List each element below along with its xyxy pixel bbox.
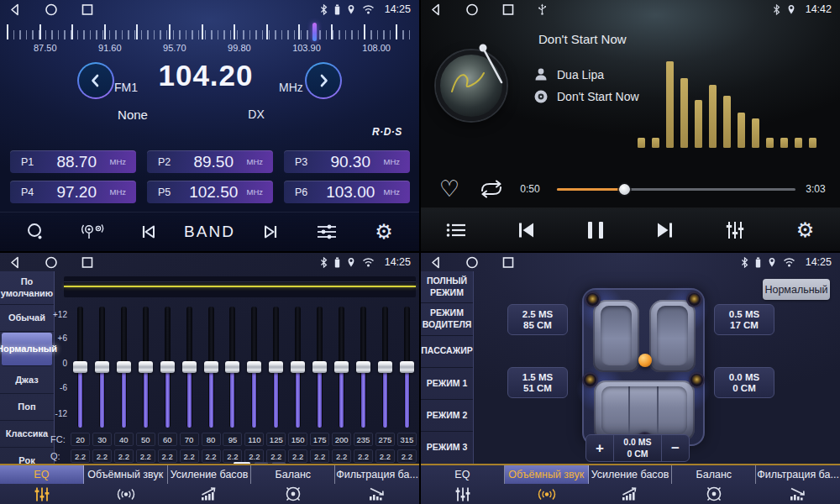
slider-knob[interactable] (95, 361, 109, 373)
back-icon[interactable] (429, 255, 442, 270)
home-icon[interactable] (465, 3, 479, 17)
rear-left-speaker[interactable] (584, 374, 596, 386)
broadcast-icon[interactable] (71, 222, 114, 242)
slider-knob[interactable] (247, 361, 261, 373)
home-icon[interactable] (45, 255, 58, 270)
preset-button-p5[interactable]: P5102.50MHz (147, 181, 273, 203)
tune-down-button[interactable] (77, 62, 114, 99)
eq-band-slider[interactable] (92, 305, 112, 429)
eq-band-slider[interactable] (180, 305, 199, 429)
settings-gear-icon[interactable]: ⚙ (362, 222, 406, 242)
rear-right-speaker[interactable] (690, 374, 703, 386)
preset-button-p1[interactable]: P188.70MHz (10, 150, 136, 173)
tab-balance[interactable]: Баланс (251, 465, 335, 504)
slider-knob[interactable] (334, 361, 349, 373)
previous-track-icon[interactable] (491, 221, 560, 239)
progress-knob[interactable] (619, 184, 630, 195)
eq-band-slider[interactable] (223, 305, 242, 429)
eq-band-slider[interactable] (310, 305, 329, 429)
eq-band-slider[interactable] (266, 305, 286, 429)
next-track-icon[interactable] (631, 221, 701, 239)
pause-icon[interactable] (560, 222, 630, 239)
tab-eq[interactable]: EQ (421, 465, 505, 504)
front-left-speaker[interactable] (586, 293, 599, 306)
eq-preset-custom[interactable]: Обычай (0, 305, 54, 332)
slider-knob[interactable] (160, 361, 175, 373)
eq-preset-normal[interactable]: Нормальный (2, 333, 52, 366)
tab-eq[interactable]: EQ (0, 465, 84, 504)
delay-increase-button[interactable]: + (586, 435, 613, 461)
tab-balance[interactable]: Баланс (672, 465, 756, 504)
tab-bass-boost[interactable]: Усиление басов (589, 465, 673, 504)
eq-preset-default[interactable]: По умолчанию (0, 271, 54, 305)
eq-band-slider[interactable] (397, 305, 417, 429)
preset-button-p3[interactable]: P390.30MHz (284, 150, 410, 173)
tab-surround[interactable]: Объёмный звук (505, 465, 589, 504)
recents-icon[interactable] (502, 255, 514, 270)
mode-3[interactable]: РЕЖИМ 3 (421, 432, 473, 464)
profile-button[interactable]: Нормальный (763, 279, 830, 300)
tab-filter[interactable]: Фильтрация ба... (756, 465, 840, 504)
front-right-delay[interactable]: 0.5 MS 17 CM (714, 304, 774, 335)
slider-knob[interactable] (182, 361, 197, 373)
recents-icon[interactable] (81, 3, 93, 17)
recents-icon[interactable] (81, 255, 93, 270)
mode-driver[interactable]: РЕЖИМ ВОДИТЕЛЯ (421, 303, 473, 335)
favorite-heart-icon[interactable]: ♡ (439, 178, 459, 201)
slider-knob[interactable] (400, 361, 414, 373)
slider-knob[interactable] (139, 361, 153, 373)
eq-band-slider[interactable] (202, 305, 221, 429)
eq-preset-classic[interactable]: Классика (0, 421, 54, 448)
preset-button-p6[interactable]: P6103.00MHz (284, 181, 410, 203)
eq-preset-jazz[interactable]: Джаз (0, 367, 54, 394)
slider-knob[interactable] (73, 361, 87, 373)
eq-band-slider[interactable] (136, 305, 155, 429)
preset-button-p2[interactable]: P289.50MHz (147, 150, 273, 173)
eq-band-slider[interactable] (244, 305, 264, 429)
back-icon[interactable] (429, 3, 442, 17)
home-icon[interactable] (465, 255, 479, 270)
mode-passenger[interactable]: ПАССАЖИР (421, 336, 473, 368)
slider-knob[interactable] (378, 361, 392, 373)
tuner-scale[interactable]: 87.50 91.60 95.70 99.80 103.90 108.00 (0, 19, 419, 53)
eq-band-slider[interactable] (71, 305, 90, 429)
next-station-icon[interactable] (249, 223, 292, 240)
playlist-icon[interactable] (421, 222, 491, 239)
slider-knob[interactable] (312, 361, 327, 373)
slider-knob[interactable] (291, 361, 305, 373)
delay-decrease-button[interactable]: − (662, 435, 689, 461)
settings-gear-icon[interactable]: ⚙ (770, 220, 840, 240)
eq-preset-pop[interactable]: Поп (0, 394, 54, 421)
rear-right-delay[interactable]: 0.0 MS 0 CM (714, 367, 774, 398)
mode-full[interactable]: ПОЛНЫЙ РЕЖИМ (421, 271, 473, 303)
band-button[interactable]: BAND (184, 223, 235, 241)
home-icon[interactable] (45, 3, 58, 17)
scan-search-icon[interactable] (13, 222, 57, 242)
slider-knob[interactable] (204, 361, 218, 373)
tab-filter[interactable]: Фильтрация ба... (335, 465, 419, 504)
equalizer-icon[interactable] (701, 220, 770, 240)
eq-band-slider[interactable] (158, 305, 177, 429)
eq-band-slider[interactable] (114, 305, 134, 429)
tab-surround[interactable]: Объёмный звук (84, 465, 168, 504)
tab-bass-boost[interactable]: Усиление басов (168, 465, 252, 504)
listener-position-ball[interactable] (638, 354, 652, 367)
mode-2[interactable]: РЕЖИМ 2 (421, 400, 473, 432)
previous-station-icon[interactable] (127, 223, 171, 240)
eq-band-slider[interactable] (332, 305, 351, 429)
progress-bar[interactable] (557, 188, 795, 191)
slider-knob[interactable] (269, 361, 283, 373)
mode-1[interactable]: РЕЖИМ 1 (421, 368, 473, 400)
eq-band-slider[interactable] (375, 305, 395, 429)
eq-band-slider[interactable] (354, 305, 373, 429)
back-icon[interactable] (8, 255, 21, 270)
slider-knob[interactable] (225, 361, 239, 373)
recents-icon[interactable] (502, 3, 514, 17)
slider-knob[interactable] (356, 361, 370, 373)
repeat-icon[interactable] (478, 179, 505, 199)
front-left-delay[interactable]: 2.5 MS 85 CM (507, 304, 568, 335)
slider-knob[interactable] (117, 361, 131, 373)
eq-settings-icon[interactable] (305, 223, 349, 240)
rear-left-delay[interactable]: 1.5 MS 51 CM (507, 367, 568, 398)
back-icon[interactable] (8, 3, 21, 17)
